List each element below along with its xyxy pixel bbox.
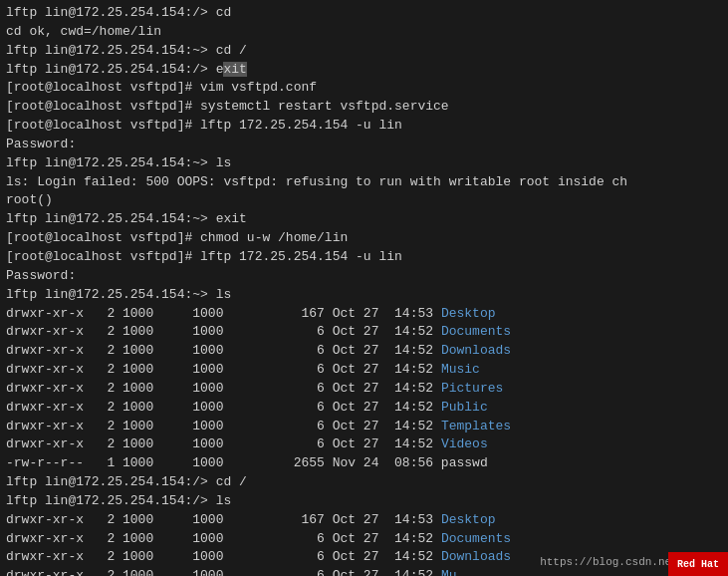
- dir-music: Music: [441, 362, 480, 377]
- dir-desktop: Desktop: [441, 306, 496, 321]
- terminal-line: lftp lin@172.25.254.154:~> ls: [6, 286, 722, 305]
- terminal-line: cd ok, cwd=/home/lin: [6, 23, 722, 42]
- dir-videos: Videos: [441, 436, 488, 451]
- terminal-line: drwxr-xr-x 2 1000 1000 6 Oct 27 14:52 Te…: [6, 418, 722, 436]
- exit-highlight: xit: [223, 62, 246, 77]
- redhat-label: Red Hat: [677, 559, 719, 570]
- terminal-line: root(): [6, 191, 722, 210]
- dir-desktop-2: Desktop: [441, 512, 496, 527]
- terminal-line: drwxr-xr-x 2 1000 1000 167 Oct 27 14:53 …: [6, 511, 722, 530]
- terminal-line: [root@localhost vsftpd]# vim vsftpd.conf: [6, 79, 722, 98]
- terminal-line: Password:: [6, 267, 722, 286]
- terminal-line: lftp lin@172.25.254.154:/> cd /: [6, 473, 722, 492]
- terminal-line: drwxr-xr-x 2 1000 1000 6 Oct 27 14:52 Mu…: [6, 361, 722, 380]
- dir-public: Public: [441, 400, 488, 415]
- terminal-line: lftp lin@172.25.254.154:~> cd /: [6, 42, 722, 61]
- terminal-line: -rw-r--r-- 1 1000 1000 2655 Nov 24 08:56…: [6, 454, 722, 473]
- redhat-badge: Red Hat: [668, 552, 728, 576]
- terminal-line: drwxr-xr-x 2 1000 1000 167 Oct 27 14:53 …: [6, 305, 722, 324]
- terminal-line: drwxr-xr-x 2 1000 1000 6 Oct 27 14:52 Do…: [6, 530, 722, 549]
- terminal-line: lftp lin@172.25.254.154:~> exit: [6, 210, 722, 229]
- dir-documents-2: Documents: [441, 531, 511, 546]
- terminal-line: drwxr-xr-x 2 1000 1000 6 Oct 27 14:52 Pi…: [6, 380, 722, 399]
- terminal-line: ls: Login failed: 500 OOPS: vsftpd: refu…: [6, 173, 722, 192]
- dir-downloads-2: Downloads: [441, 549, 511, 564]
- terminal-line: drwxr-xr-x 2 1000 1000 6 Oct 27 14:52 Do…: [6, 342, 722, 361]
- terminal-line: [root@localhost vsftpd]# lftp 172.25.254…: [6, 248, 722, 267]
- terminal-line: drwxr-xr-x 2 1000 1000 6 Oct 27 14:52 Do…: [6, 323, 722, 342]
- terminal-line: lftp lin@172.25.254.154:~> ls: [6, 154, 722, 173]
- terminal-line: lftp lin@172.25.254.154:/> exit: [6, 61, 722, 80]
- terminal-line: drwxr-xr-x 2 1000 1000 6 Oct 27 14:52 Vi…: [6, 435, 722, 454]
- dir-pictures: Pictures: [441, 381, 503, 396]
- terminal-line: lftp lin@172.25.254.154:/> ls: [6, 492, 722, 511]
- terminal-line: drwxr-xr-x 2 1000 1000 6 Oct 27 14:52 Pu…: [6, 399, 722, 418]
- terminal-line: Password:: [6, 136, 722, 154]
- terminal-line: [root@localhost vsftpd]# lftp 172.25.254…: [6, 117, 722, 136]
- terminal-line: lftp lin@172.25.254.154:/> cd: [6, 4, 722, 23]
- terminal-line: [root@localhost vsftpd]# systemctl resta…: [6, 98, 722, 117]
- dir-documents: Documents: [441, 324, 511, 339]
- dir-downloads: Downloads: [441, 343, 511, 358]
- terminal-line: [root@localhost vsftpd]# chmod u-w /home…: [6, 229, 722, 248]
- dir-music-2: Mu: [441, 568, 457, 576]
- dir-templates: Templates: [441, 419, 511, 433]
- terminal-window: lftp lin@172.25.254.154:/> cd cd ok, cwd…: [0, 0, 728, 576]
- terminal-line: drwxr-xr-x 2 1000 1000 6 Oct 27 14:52 Mu: [6, 567, 722, 576]
